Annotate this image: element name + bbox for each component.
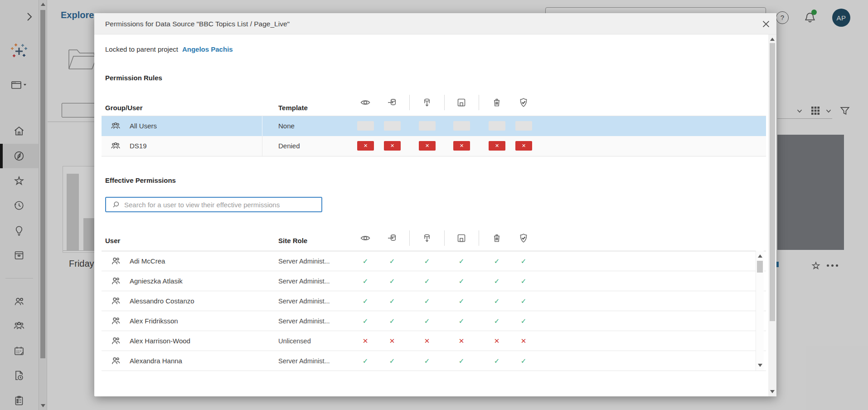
parent-project-link[interactable]: Angelos Pachis bbox=[182, 45, 233, 53]
effective-permission-row: Alexandra HannaServer Administ...✓✓✓✓✓✓ bbox=[102, 351, 766, 371]
user-icon bbox=[110, 356, 121, 366]
capability-download-allowed: ✓ bbox=[420, 291, 434, 311]
user-icon bbox=[110, 296, 121, 307]
capability-connect-allowed: ✓ bbox=[385, 351, 399, 371]
capability-download-allowed: ✓ bbox=[420, 271, 434, 291]
site-role-value: Server Administ... bbox=[278, 251, 330, 271]
permission-rule-row[interactable]: All UsersNone bbox=[102, 116, 766, 136]
overwrite-icon bbox=[456, 233, 467, 244]
capability-download-denied[interactable]: ✕ bbox=[419, 141, 436, 151]
site-role-value: Server Administ... bbox=[278, 271, 330, 291]
rule-group-name: All Users bbox=[130, 116, 157, 136]
capability-overwrite-allowed: ✓ bbox=[455, 271, 468, 291]
permission-rule-row[interactable]: DS19Denied✕✕✕✕✕✕ bbox=[102, 136, 766, 156]
effective-permissions-search bbox=[105, 197, 322, 212]
capability-view-allowed: ✓ bbox=[359, 271, 372, 291]
capability-connect-allowed: ✓ bbox=[385, 271, 399, 291]
capability-view-unset[interactable] bbox=[357, 121, 374, 131]
capability-download-allowed: ✓ bbox=[420, 251, 434, 271]
scrollbar-thumb[interactable] bbox=[770, 43, 775, 321]
delete-icon bbox=[491, 233, 502, 244]
capability-overwrite-allowed: ✓ bbox=[455, 291, 468, 311]
capability-set-permissions-denied: ✕ bbox=[517, 331, 530, 351]
user-table-scrollbar[interactable] bbox=[756, 251, 764, 371]
close-icon[interactable] bbox=[760, 18, 772, 30]
scrollbar-down-arrow[interactable] bbox=[758, 364, 762, 367]
capability-connect-denied[interactable]: ✕ bbox=[384, 141, 401, 151]
capability-set-permissions-allowed: ✓ bbox=[517, 251, 530, 271]
capability-view-denied[interactable]: ✕ bbox=[357, 141, 374, 151]
capability-delete-allowed: ✓ bbox=[490, 351, 504, 371]
rule-template-value[interactable]: None bbox=[278, 116, 295, 136]
effective-permissions-table: Adi McCreaServer Administ...✓✓✓✓✓✓Agnies… bbox=[102, 251, 766, 371]
capability-overwrite-allowed: ✓ bbox=[455, 251, 468, 271]
overwrite-icon bbox=[456, 97, 467, 108]
capability-overwrite-allowed: ✓ bbox=[455, 311, 468, 331]
group-icon bbox=[110, 141, 121, 151]
capability-delete-allowed: ✓ bbox=[490, 311, 504, 331]
capability-delete-allowed: ✓ bbox=[490, 291, 504, 311]
effective-permissions-heading: Effective Permissions bbox=[105, 176, 176, 184]
rule-template-value[interactable]: Denied bbox=[278, 136, 300, 156]
capability-set-permissions-allowed: ✓ bbox=[517, 351, 530, 371]
capability-set-permissions-allowed: ✓ bbox=[517, 271, 530, 291]
site-role-value: Server Administ... bbox=[278, 291, 330, 311]
scrollbar-up-arrow[interactable] bbox=[770, 38, 775, 41]
rule-group-name: DS19 bbox=[130, 136, 147, 156]
capability-set-permissions-unset[interactable] bbox=[515, 121, 532, 131]
connect-icon bbox=[387, 233, 398, 244]
rules-capability-header bbox=[94, 97, 768, 108]
capability-group-divider bbox=[444, 230, 445, 246]
capability-group-divider bbox=[479, 230, 479, 246]
capability-view-allowed: ✓ bbox=[359, 311, 372, 331]
users-capability-header bbox=[94, 233, 768, 244]
capability-overwrite-unset[interactable] bbox=[453, 121, 470, 131]
capability-download-allowed: ✓ bbox=[420, 351, 434, 371]
set-permissions-icon bbox=[518, 97, 529, 108]
set-permissions-icon bbox=[518, 233, 529, 244]
user-icon bbox=[110, 316, 121, 327]
scrollbar-down-arrow[interactable] bbox=[770, 390, 775, 393]
download-icon bbox=[422, 233, 432, 244]
view-icon bbox=[360, 233, 371, 244]
scrollbar-thumb[interactable] bbox=[757, 261, 763, 273]
locked-text: Locked to parent project bbox=[105, 45, 178, 53]
column-divider bbox=[262, 116, 262, 136]
capability-set-permissions-denied[interactable]: ✕ bbox=[515, 141, 532, 151]
dialog-scrollbar[interactable] bbox=[768, 34, 776, 396]
capability-delete-denied[interactable]: ✕ bbox=[489, 141, 505, 151]
capability-connect-allowed: ✓ bbox=[385, 251, 399, 271]
capability-group-divider bbox=[444, 95, 445, 110]
effective-permission-row: Alessandro CostanzoServer Administ...✓✓✓… bbox=[102, 291, 766, 311]
site-role-value: Server Administ... bbox=[278, 311, 330, 331]
capability-delete-unset[interactable] bbox=[489, 121, 505, 131]
permission-rules-table: All UsersNoneDS19Denied✕✕✕✕✕✕ bbox=[102, 116, 766, 156]
capability-connect-unset[interactable] bbox=[384, 121, 401, 131]
locked-to-parent-row: Locked to parent project Angelos Pachis bbox=[105, 45, 233, 53]
capability-group-divider bbox=[409, 95, 410, 110]
capability-download-allowed: ✓ bbox=[420, 311, 434, 331]
user-name: Alexandra Hanna bbox=[130, 351, 182, 371]
capability-overwrite-denied: ✕ bbox=[455, 331, 468, 351]
capability-connect-allowed: ✓ bbox=[385, 311, 399, 331]
user-icon bbox=[110, 256, 121, 267]
capability-group-divider bbox=[409, 230, 410, 246]
search-input[interactable] bbox=[124, 201, 321, 209]
user-name: Alex Harrison-Wood bbox=[130, 331, 190, 351]
effective-permission-row: Alex FridrikssonServer Administ...✓✓✓✓✓✓ bbox=[102, 311, 766, 331]
user-name: Alessandro Costanzo bbox=[130, 291, 194, 311]
capability-overwrite-denied[interactable]: ✕ bbox=[453, 141, 470, 151]
capability-set-permissions-allowed: ✓ bbox=[517, 291, 530, 311]
user-name: Agnieszka Atlasik bbox=[130, 271, 183, 291]
user-icon bbox=[110, 276, 121, 287]
capability-set-permissions-allowed: ✓ bbox=[517, 311, 530, 331]
delete-icon bbox=[491, 97, 502, 108]
dialog-title: Permissions for Data Source "BBC Topics … bbox=[105, 13, 290, 34]
capability-connect-denied: ✕ bbox=[385, 331, 399, 351]
capability-delete-allowed: ✓ bbox=[490, 251, 504, 271]
scrollbar-up-arrow[interactable] bbox=[758, 254, 762, 258]
capability-download-unset[interactable] bbox=[419, 121, 436, 131]
capability-download-denied: ✕ bbox=[420, 331, 434, 351]
site-role-value: Server Administ... bbox=[278, 351, 330, 371]
column-divider bbox=[262, 136, 262, 156]
